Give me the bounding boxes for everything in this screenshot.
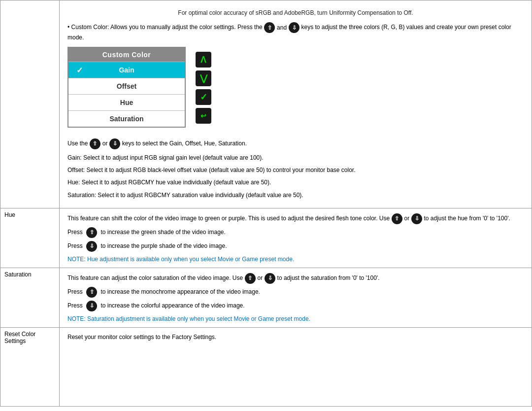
reset-text: Reset your monitor color settings to the…	[67, 333, 524, 342]
reset-label: Reset Color Settings	[0, 327, 60, 406]
or-text-1: or	[102, 139, 108, 148]
hue-press-down-icon: ⇩	[86, 241, 97, 252]
side-icons-panel: Λ ⋁ ✓ ↩	[196, 52, 211, 127]
custom-color-menu: Custom Color ✓ Gain Offset Hue	[67, 47, 186, 128]
sat-press-down-icon: ⇩	[86, 301, 97, 311]
hue-up-icon: ⇧	[392, 213, 402, 224]
reset-content: Reset your monitor color settings to the…	[60, 327, 532, 406]
hue-down-icon: ⇩	[411, 213, 422, 224]
menu-item-saturation: Saturation	[68, 110, 185, 127]
main-table: For optimal color accuracy of sRGB and A…	[0, 0, 532, 407]
hue-desc: Hue: Select it to adjust RGBCMY hue valu…	[67, 178, 524, 187]
menu-item-hue: Hue	[68, 94, 185, 110]
offset-desc: Offset: Select it to adjust RGB black-le…	[67, 166, 524, 175]
hue-press-up-icon: ⇧	[86, 227, 97, 238]
hue-press-down: Press ⇩ to increase the purple shade of …	[67, 241, 524, 252]
side-down-icon: ⋁	[196, 70, 211, 86]
hue-content: This feature can shift the color of the …	[60, 208, 532, 268]
bullet-symbol: •	[67, 24, 71, 31]
side-back-icon: ↩	[196, 108, 211, 124]
nav-icons-2: ⇧ or ⇩	[90, 138, 121, 149]
reset-row: Reset Color Settings Reset your monitor …	[0, 327, 532, 406]
bullet-text-before: Custom Color: Allows you to manually adj…	[71, 24, 263, 31]
hue-label: Hue	[0, 208, 60, 268]
hue-intro: This feature can shift the color of the …	[67, 213, 524, 224]
saturation-desc: Saturation: Select it to adjust RGBCMY s…	[67, 191, 524, 200]
sat-press-up-icon: ⇧	[86, 287, 97, 298]
nav-use-text: Use the	[67, 140, 88, 147]
page-wrapper: For optimal color accuracy of sRGB and A…	[0, 0, 532, 411]
nav-keys-label: keys to select the Gain, Offset, Hue, Sa…	[122, 140, 247, 147]
menu-diagram-row: Custom Color ✓ Gain Offset Hue	[67, 47, 524, 133]
sat-note: NOTE: Saturation adjustment is available…	[67, 315, 524, 322]
hue-row: Hue This feature can shift the color of …	[0, 208, 532, 268]
hue-nav-icons: ⇧ or ⇩	[392, 213, 423, 224]
up-arrow-icon-1: ⇧	[264, 22, 275, 33]
hue-press-up: Press ⇧ to increase the green shade of t…	[67, 227, 524, 238]
menu-title: Custom Color	[68, 48, 185, 62]
top-note-text: For optimal color accuracy of sRGB and A…	[67, 5, 524, 22]
nav-icons-up-down-1: ⇧ and ⇩	[264, 22, 299, 33]
gain-desc: Gain: Select it to adjust input RGB sign…	[67, 153, 524, 163]
menu-item-offset: Offset	[68, 78, 185, 94]
hue-note: NOTE: Hue adjustment is available only w…	[67, 256, 524, 263]
sat-up-icon: ⇧	[245, 273, 256, 284]
saturation-label: Saturation	[0, 268, 60, 327]
down-arrow-icon-2: ⇩	[109, 138, 120, 149]
top-note-row: For optimal color accuracy of sRGB and A…	[0, 0, 532, 208]
top-note-content: For optimal color accuracy of sRGB and A…	[60, 0, 532, 208]
sat-press-down: Press ⇩ to increase the colorful appeara…	[67, 301, 524, 311]
checkmark-icon: ✓	[76, 66, 83, 75]
top-note-left	[0, 0, 60, 208]
nav-instruction-row: Use the ⇧ or ⇩ keys to select the Gain, …	[67, 138, 524, 149]
menu-item-gain: ✓ Gain	[68, 62, 185, 78]
sat-nav-icons: ⇧ or ⇩	[245, 273, 276, 284]
side-up-icon: Λ	[196, 52, 211, 68]
down-arrow-icon-1: ⇩	[289, 22, 299, 33]
custom-color-bullet: • Custom Color: Allows you to manually a…	[67, 22, 524, 42]
side-check-icon: ✓	[196, 89, 211, 105]
up-arrow-icon-2: ⇧	[90, 138, 100, 149]
saturation-intro: This feature can adjust the color satura…	[67, 273, 524, 284]
and-text-1: and	[277, 23, 287, 32]
sat-down-icon: ⇩	[265, 273, 275, 284]
saturation-content: This feature can adjust the color satura…	[60, 268, 532, 327]
sat-press-up: Press ⇧ to increase the monochrome appea…	[67, 287, 524, 298]
saturation-row: Saturation This feature can adjust the c…	[0, 268, 532, 327]
